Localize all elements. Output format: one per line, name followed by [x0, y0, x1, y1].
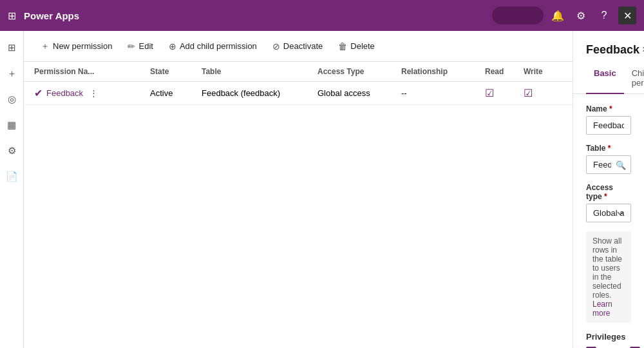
app-title: Power Apps	[24, 10, 487, 21]
sidebar-settings-icon[interactable]: ⚙	[0, 139, 23, 162]
table-row[interactable]: ✔ Feedback ⋮ Active Feedback (feedback) …	[24, 82, 573, 105]
access-type-select[interactable]: Global access	[586, 204, 631, 222]
delete-button[interactable]: 🗑 Delete	[332, 38, 381, 55]
table-label: Table *	[586, 144, 631, 153]
main-layout: ⊞ ＋ ◎ ▦ ⚙ 📄 ＋ New permission ✏ Edit ⊕ Ad…	[0, 31, 644, 348]
sidebar-table-icon[interactable]: ▦	[0, 113, 23, 137]
sidebar-entity-icon[interactable]: ◎	[0, 88, 23, 111]
detail-panel: Feedback × Basic Child permissions Name …	[573, 31, 644, 348]
deactivate-icon: ⊘	[272, 41, 280, 52]
access-type-hint: Show all rows in the table to users in t…	[586, 231, 631, 323]
table-header: Permission Na... State Table Access Type…	[24, 62, 573, 82]
panel-body: Name * Table * 🔍 Access type	[573, 94, 644, 348]
col-relationship: Relationship	[401, 67, 485, 76]
close-icon[interactable]: ✕	[618, 6, 636, 24]
deactivate-button[interactable]: ⊘ Deactivate	[266, 38, 329, 55]
sidebar-add-icon[interactable]: ＋	[0, 62, 23, 85]
name-label: Name *	[586, 104, 631, 113]
row-name: ✔ Feedback ⋮	[34, 87, 150, 99]
learn-more-link[interactable]: Learn more	[592, 300, 612, 318]
access-type-label: Access type *	[586, 183, 631, 201]
edit-button[interactable]: ✏ Edit	[121, 38, 159, 55]
privileges-title: Privileges	[586, 332, 631, 342]
panel-title: Feedback	[586, 43, 639, 57]
col-state: State	[150, 67, 202, 76]
sidebar-doc-icon[interactable]: 📄	[0, 165, 23, 188]
grid-icon: ⊞	[8, 10, 16, 22]
notification-icon[interactable]: 🔔	[549, 6, 567, 24]
tab-child-permissions[interactable]: Child permissions	[624, 63, 644, 94]
table-required: *	[608, 144, 611, 153]
name-required: *	[609, 104, 612, 113]
table-search-icon: 🔍	[616, 160, 626, 169]
row-access-type: Global access	[317, 88, 401, 98]
sidebar: ⊞ ＋ ◎ ▦ ⚙ 📄	[0, 31, 24, 348]
tab-basic[interactable]: Basic	[586, 63, 624, 94]
access-type-field-group: Access type * Global access	[586, 183, 631, 222]
topbar-right: 🔔 ⚙ ? ✕	[492, 6, 636, 24]
privileges-group: Privileges ✓ Read ✓ Write ✓ Create	[586, 332, 631, 348]
col-write: Write	[524, 67, 562, 76]
content-area: ＋ New permission ✏ Edit ⊕ Add child perm…	[24, 31, 573, 348]
col-access-type: Access Type	[317, 67, 401, 76]
row-read-check: ☑	[485, 87, 524, 99]
toolbar: ＋ New permission ✏ Edit ⊕ Add child perm…	[24, 31, 573, 62]
panel-tabs: Basic Child permissions	[573, 58, 644, 94]
row-more-icon[interactable]: ⋮	[90, 88, 98, 98]
table-input-wrapper: 🔍	[586, 155, 631, 174]
new-permission-button[interactable]: ＋ New permission	[34, 37, 118, 55]
user-avatar[interactable]	[492, 6, 544, 24]
add-child-icon: ⊕	[169, 41, 176, 52]
col-read: Read	[485, 67, 524, 76]
panel-close-button[interactable]: ×	[639, 41, 644, 58]
edit-icon: ✏	[128, 41, 135, 52]
topbar: ⊞ Power Apps 🔔 ⚙ ? ✕	[0, 0, 644, 31]
help-icon[interactable]: ?	[595, 6, 613, 24]
row-check-icon: ✔	[34, 87, 43, 99]
access-type-required: *	[604, 192, 607, 201]
row-state: Active	[150, 88, 202, 98]
panel-header: Feedback ×	[573, 31, 644, 58]
row-write-check: ☑	[524, 87, 562, 99]
plus-icon: ＋	[41, 41, 50, 52]
row-table: Feedback (feedback)	[202, 88, 317, 98]
settings-icon[interactable]: ⚙	[572, 6, 590, 24]
row-relationship: --	[401, 88, 485, 98]
delete-icon: 🗑	[338, 41, 347, 52]
name-field-group: Name *	[586, 104, 631, 135]
sidebar-home-icon[interactable]: ⊞	[0, 36, 23, 59]
table-area: Permission Na... State Table Access Type…	[24, 62, 573, 348]
col-table: Table	[202, 67, 317, 76]
table-field-group: Table * 🔍	[586, 144, 631, 174]
name-input[interactable]	[586, 116, 631, 135]
col-permission-name: Permission Na...	[34, 67, 150, 76]
add-child-permission-button[interactable]: ⊕ Add child permission	[162, 38, 263, 55]
